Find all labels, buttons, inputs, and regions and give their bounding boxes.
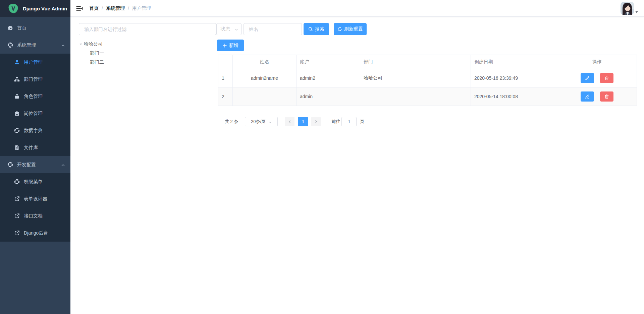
system-icon	[7, 42, 13, 48]
sidebar-item-dev-config[interactable]: 开发配置	[0, 156, 70, 173]
breadcrumb-item-current: 用户管理	[132, 5, 151, 11]
search-button-label: 搜索	[315, 26, 324, 32]
sidebar-item-label: Django后台	[24, 230, 48, 236]
sidebar-item-api-docs[interactable]: 接口文档	[0, 207, 70, 225]
search-icon	[308, 27, 313, 32]
cell-index: 2	[218, 87, 233, 106]
sidebar-item-role-mgmt[interactable]: 角色管理	[0, 88, 70, 105]
sidebar-item-label: 接口文档	[24, 213, 43, 219]
plus-icon	[222, 43, 227, 48]
refresh-reset-button-label: 刷新重置	[344, 26, 363, 32]
sidebar-item-label: 用户管理	[24, 59, 43, 65]
col-header-index	[218, 55, 233, 69]
edit-button[interactable]	[581, 91, 594, 102]
sidebar-item-django-admin[interactable]: Django后台	[0, 225, 70, 242]
edit-button[interactable]	[581, 73, 594, 83]
sidebar-item-user-mgmt[interactable]: 用户管理	[0, 54, 70, 71]
name-filter-input[interactable]	[244, 23, 302, 35]
trash-icon	[604, 94, 609, 99]
edit-pencil-icon	[585, 94, 590, 99]
main-area: 首页 / 系统管理 / 用户管理	[70, 0, 644, 314]
tree-node-dept-1[interactable]: 部门一	[78, 49, 215, 58]
sidebar-item-label: 表单设计器	[24, 196, 47, 202]
cell-created: 2020-05-14 18:00:08	[471, 87, 557, 106]
goto-page-input[interactable]	[341, 117, 357, 126]
search-button[interactable]: 搜索	[304, 23, 329, 35]
tree-node-dept-2[interactable]: 部门二	[78, 58, 215, 67]
refresh-reset-button[interactable]: 刷新重置	[334, 23, 367, 35]
tree-node-label: 哈哈公司	[84, 41, 103, 47]
sidebar-item-file-library[interactable]: 文件库	[0, 139, 70, 156]
dict-icon	[14, 128, 20, 133]
breadcrumb-separator: /	[102, 6, 103, 11]
sidebar-item-label: 权限菜单	[24, 179, 43, 185]
page-number-1[interactable]: 1	[298, 117, 308, 126]
sidebar-item-label: 数据字典	[24, 128, 43, 134]
page-size-value: 20条/页	[251, 119, 266, 125]
breadcrumb-item-home[interactable]: 首页	[89, 5, 99, 11]
breadcrumb-item-system[interactable]: 系统管理	[106, 5, 125, 11]
app-logo-bar[interactable]: Django Vue Admin	[0, 0, 70, 17]
delete-button[interactable]	[600, 73, 613, 83]
sidebar-item-system-mgmt[interactable]: 系统管理	[0, 37, 70, 54]
chevron-down-icon	[234, 27, 238, 31]
app-logo-icon	[8, 3, 18, 14]
user-avatar-menu[interactable]	[621, 2, 639, 15]
sidebar-item-label: 岗位管理	[24, 111, 43, 117]
delete-button[interactable]	[600, 91, 613, 102]
page-size-select[interactable]: 20条/页	[245, 117, 278, 126]
sidebar-item-dept-mgmt[interactable]: 部门管理	[0, 71, 70, 88]
cell-name	[233, 87, 297, 106]
tree-node-label: 部门一	[90, 50, 104, 56]
sidebar-item-perm-menu[interactable]: 权限菜单	[0, 173, 70, 190]
cell-dept	[360, 87, 471, 106]
external-link-icon	[14, 213, 20, 219]
col-header-name: 姓名	[233, 55, 297, 69]
caret-down-icon[interactable]	[78, 41, 84, 47]
dept-filter-input[interactable]	[79, 23, 216, 35]
app-title: Django Vue Admin	[23, 6, 67, 11]
dashboard-icon	[7, 25, 13, 31]
sidebar-item-label: 部门管理	[24, 76, 43, 82]
sidebar-collapse-icon[interactable]	[76, 5, 83, 12]
user-icon	[14, 59, 20, 65]
sidebar: Django Vue Admin 首页 系统管理 用户管理	[0, 0, 70, 314]
user-table: 姓名 账户 部门 创建日期 操作 1 admin2name admin2 哈哈公…	[218, 55, 637, 106]
chevron-up-icon	[61, 43, 65, 47]
goto-label: 前往	[331, 119, 340, 125]
next-page-button[interactable]	[311, 117, 321, 126]
sidebar-item-post-mgmt[interactable]: 岗位管理	[0, 105, 70, 122]
cell-account: admin2	[297, 69, 360, 87]
sidebar-item-label: 文件库	[24, 145, 38, 151]
col-header-account: 账户	[297, 55, 360, 69]
status-select[interactable]: 状态	[216, 23, 241, 35]
col-header-dept: 部门	[360, 55, 471, 69]
cell-dept: 哈哈公司	[360, 69, 471, 87]
config-icon	[7, 162, 13, 168]
chevron-up-icon	[61, 163, 65, 167]
add-button[interactable]: 新增	[217, 40, 244, 51]
sidebar-item-label: 系统管理	[17, 42, 36, 48]
topbar: 首页 / 系统管理 / 用户管理	[70, 0, 644, 17]
sidebar-item-label: 首页	[17, 25, 26, 31]
breadcrumb: 首页 / 系统管理 / 用户管理	[89, 0, 151, 17]
caret-down-icon	[635, 10, 639, 14]
sidebar-item-form-designer[interactable]: 表单设计器	[0, 190, 70, 207]
col-header-created: 创建日期	[471, 55, 557, 69]
edit-pencil-icon	[585, 76, 590, 80]
cell-account: admin	[297, 87, 360, 106]
add-button-label: 新增	[229, 43, 238, 49]
sidebar-item-home[interactable]: 首页	[0, 19, 70, 37]
tree-node-company[interactable]: 哈哈公司	[78, 40, 215, 49]
prev-page-button[interactable]	[285, 117, 294, 126]
sidebar-item-label: 角色管理	[24, 93, 43, 100]
table-row: 1 admin2name admin2 哈哈公司 2020-05-16 23:3…	[218, 69, 637, 87]
sidebar-menu: 首页 系统管理 用户管理 部门管理	[0, 17, 70, 242]
page-unit-label: 页	[360, 119, 364, 125]
avatar	[621, 2, 634, 15]
col-header-actions: 操作	[557, 55, 637, 69]
system-mgmt-submenu: 用户管理 部门管理 角色管理 岗位管理	[0, 54, 70, 156]
external-link-icon	[14, 230, 20, 236]
tree-node-label: 部门二	[90, 59, 104, 65]
sidebar-item-data-dict[interactable]: 数据字典	[0, 122, 70, 139]
